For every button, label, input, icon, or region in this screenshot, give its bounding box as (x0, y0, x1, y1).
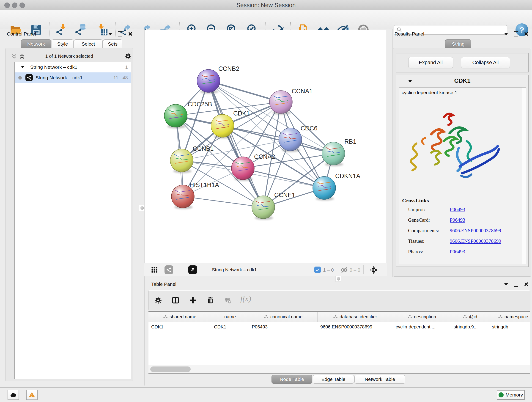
crosslink-tissues-link[interactable]: 9606.ENSP00000378699 (450, 238, 501, 244)
panel-close-icon[interactable] (524, 282, 528, 287)
panel-close-icon[interactable] (128, 32, 133, 36)
table-cell[interactable]: P06493 (249, 322, 317, 332)
column-header-description[interactable]: description (393, 312, 451, 322)
network-node-CCNB1[interactable] (170, 149, 193, 172)
tab-select[interactable]: Select (74, 39, 103, 48)
tab-sets[interactable]: Sets (103, 39, 122, 48)
table-settings-gear-icon[interactable] (154, 296, 162, 304)
crosshair-icon[interactable] (369, 266, 378, 274)
selected-count-badge: 1 – 0 (323, 263, 334, 276)
panel-float-icon[interactable] (118, 32, 122, 36)
network-node-RB1[interactable] (322, 142, 345, 165)
network-node-CCNE1[interactable] (252, 196, 275, 219)
tab-network-table[interactable]: Network Table (355, 375, 405, 384)
panel-float-icon[interactable] (514, 32, 518, 36)
table-toolbar: f(x) (148, 290, 530, 310)
network-node-CDC25B[interactable] (164, 104, 187, 127)
node-label: CCNE1 (274, 191, 295, 198)
column-header--id[interactable]: @id (451, 312, 489, 322)
warning-icon (28, 391, 35, 398)
collapse-all-button[interactable]: Collapse All (461, 57, 510, 68)
network-status-dot-icon (18, 76, 22, 80)
crosslink-compartments-link[interactable]: 9606.ENSP00000378699 (450, 228, 501, 234)
tree-expand-triangle-icon[interactable] (20, 65, 25, 70)
grid-view-icon[interactable] (151, 266, 158, 273)
table-data-row[interactable]: CDK1CDK1P064939606.ENSP00000378699cyclin… (148, 322, 530, 332)
node-label: CDC25B (188, 101, 212, 108)
panel-menu-icon[interactable] (108, 33, 112, 35)
left-splitter[interactable] (136, 29, 145, 385)
function-builder-fx[interactable]: f(x) (240, 294, 251, 303)
crosslink-pharos-link[interactable]: P06493 (450, 249, 465, 255)
selected-checkbox[interactable] (314, 267, 321, 273)
node-label: CCNA1 (292, 88, 313, 95)
network-edge[interactable] (183, 196, 263, 207)
column-header-canonical-name[interactable]: canonical name (249, 312, 317, 322)
column-header-shared-name[interactable]: shared name (148, 312, 211, 322)
column-header-namespace[interactable]: namespace (489, 312, 530, 322)
hidden-eye-slash-icon[interactable] (341, 266, 348, 274)
table-cell[interactable]: stringdb:9... (451, 322, 489, 332)
node-label: CDK1 (233, 110, 250, 117)
network-tree-child-row[interactable]: String Network – cdk1 11 48 (15, 72, 131, 83)
panel-menu-icon[interactable] (504, 283, 508, 286)
panel-menu-icon[interactable] (504, 33, 508, 35)
table-cell[interactable]: stringdb (489, 322, 530, 332)
node-label: CCNA2 (254, 153, 275, 160)
warnings-button[interactable] (26, 390, 38, 400)
memory-button[interactable]: Memory (497, 390, 525, 400)
share-view-chip[interactable] (165, 265, 173, 274)
column-type-icon (264, 314, 268, 319)
main-toolbar: ? (0, 10, 532, 29)
column-type-icon (333, 314, 338, 319)
open-in-window-chip[interactable] (188, 265, 197, 274)
table-header-row: shared namenamecanonical namedatabase id… (148, 311, 530, 322)
cloud-status-button[interactable] (7, 390, 19, 400)
panel-close-icon[interactable] (524, 32, 528, 36)
add-column-icon[interactable] (189, 296, 197, 304)
delete-table-icon[interactable] (224, 297, 232, 304)
node-label: CCNB2 (218, 65, 239, 72)
network-node-CCNA1[interactable] (269, 90, 292, 114)
column-header-database-identifier[interactable]: database identifier (317, 312, 393, 322)
tab-style[interactable]: Style (51, 39, 74, 48)
table-cell[interactable]: CDK1 (211, 322, 249, 332)
expand-all-button[interactable]: Expand All (408, 57, 453, 68)
hscrollbar-thumb[interactable] (150, 366, 191, 372)
table-cell[interactable]: CDK1 (148, 322, 211, 332)
table-hscrollbar[interactable] (148, 365, 530, 373)
network-node-CCNA2[interactable] (231, 157, 254, 180)
table-cell[interactable]: 9606.ENSP00000378699 (317, 322, 393, 332)
crosslink-uniprot-link[interactable]: P06493 (450, 206, 465, 212)
results-scrollbar[interactable] (522, 88, 526, 264)
results-panel-title: Results Panel (394, 31, 424, 37)
table-cell[interactable]: cyclin-dependent ... (393, 322, 451, 332)
share-icon (166, 267, 171, 272)
table-panel-title: Table Panel (151, 281, 177, 287)
network-node-CDKN1A[interactable] (313, 177, 336, 199)
network-tree-root-row[interactable]: String Network – cdk1 1 (15, 62, 131, 72)
network-node-CDC6[interactable] (279, 128, 302, 151)
show-columns-icon[interactable] (172, 296, 179, 304)
tab-node-table[interactable]: Node Table (272, 375, 312, 384)
delete-column-icon[interactable] (206, 296, 214, 304)
right-splitter[interactable] (387, 29, 393, 277)
tab-network[interactable]: Network (21, 39, 51, 48)
collection-count: 1 (125, 64, 128, 70)
crosslinks-title: CrossLinks (402, 198, 429, 204)
node-label: CDC6 (301, 125, 317, 132)
crosslink-genecard-link[interactable]: P06493 (450, 217, 465, 223)
results-panel-header: Results Panel (392, 30, 532, 38)
network-selection-summary: 1 of 1 Network selected (6, 54, 133, 59)
network-options-gear-icon[interactable] (124, 52, 132, 60)
network-node-HIST1H1A[interactable] (171, 185, 194, 208)
tab-edge-table[interactable]: Edge Table (313, 375, 354, 384)
network-canvas[interactable]: CCNB2CCNA1CDC25BCDK1CDC6RB1CCNB1CCNA2CDK… (144, 30, 387, 263)
arrow-ne-icon (190, 267, 196, 273)
panel-float-icon[interactable] (514, 282, 518, 287)
gene-result-card: CDK1 cyclin-dependent kinase 1 (396, 75, 529, 267)
column-header-name[interactable]: name (211, 312, 249, 322)
network-node-CDK1[interactable] (211, 114, 234, 137)
tab-string[interactable]: String (445, 39, 471, 48)
network-node-CCNB2[interactable] (197, 70, 220, 92)
